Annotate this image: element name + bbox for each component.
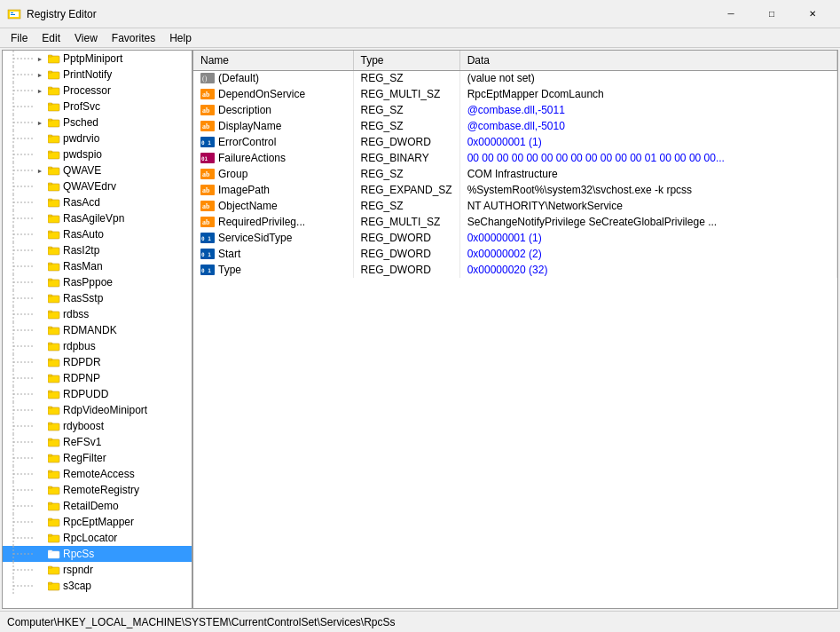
expand-arrow[interactable] <box>35 133 45 144</box>
table-row[interactable]: 0 1 StartREG_DWORD0x00000002 (2) <box>193 246 837 262</box>
tree-label: RpcLocator <box>63 532 117 544</box>
expand-arrow[interactable]: ► <box>35 117 45 128</box>
expand-arrow[interactable] <box>35 293 45 304</box>
expand-arrow[interactable] <box>35 565 45 575</box>
tree-item[interactable]: rspndr <box>3 562 192 578</box>
tree-item[interactable]: RDMANDK <box>3 322 192 338</box>
folder-icon <box>47 548 61 560</box>
tree-item[interactable]: rdyboost <box>3 418 192 434</box>
expand-arrow[interactable] <box>35 149 45 160</box>
expand-arrow[interactable]: ► <box>35 53 45 64</box>
title-bar-buttons: ─ □ ✕ <box>710 0 833 28</box>
expand-arrow[interactable] <box>35 181 45 192</box>
table-row[interactable]: 0 1 ErrorControlREG_DWORD0x00000001 (1) <box>193 134 837 150</box>
registry-pane[interactable]: Name Type Data () (Default)REG_SZ(value … <box>193 51 837 608</box>
table-row[interactable]: ab RequiredPrivileg...REG_MULTI_SZSeChan… <box>193 214 837 230</box>
svg-text:0 1: 0 1 <box>201 251 211 257</box>
svg-rect-31 <box>48 151 52 153</box>
expand-arrow[interactable] <box>35 517 45 527</box>
minimize-button[interactable]: ─ <box>710 0 751 28</box>
tree-item[interactable]: ProfSvc <box>3 99 192 115</box>
expand-arrow[interactable] <box>35 101 45 112</box>
tree-item[interactable]: ► PptpMiniport <box>3 51 192 67</box>
tree-item[interactable]: RasPppoe <box>3 274 192 290</box>
tree-item[interactable]: RpcLocator <box>3 530 192 546</box>
menu-edit[interactable]: Edit <box>35 28 67 47</box>
table-row[interactable]: ab ObjectNameREG_SZNT AUTHORITY\NetworkS… <box>193 198 837 214</box>
expand-arrow[interactable] <box>35 389 45 399</box>
expand-arrow[interactable] <box>35 405 45 415</box>
menu-file[interactable]: File <box>4 28 35 47</box>
table-row[interactable]: 0 1 TypeREG_DWORD0x00000020 (32) <box>193 262 837 278</box>
tree-item[interactable]: pwdspio <box>3 146 192 162</box>
table-row[interactable]: 01 FailureActionsREG_BINARY00 00 00 00 0… <box>193 150 837 166</box>
expand-arrow[interactable] <box>35 309 45 320</box>
expand-arrow[interactable] <box>35 421 45 431</box>
tree-item[interactable]: RasAuto <box>3 226 192 242</box>
table-row[interactable]: () (Default)REG_SZ(value not set) <box>193 70 837 86</box>
expand-arrow[interactable] <box>35 261 45 272</box>
registry-icon: 0 1 <box>200 136 215 148</box>
tree-item[interactable]: rdpbus <box>3 338 192 354</box>
menu-favorites[interactable]: Favorites <box>105 28 162 47</box>
tree-item[interactable]: RasI2tp <box>3 242 192 258</box>
tree-item[interactable]: s3cap <box>3 578 192 594</box>
expand-arrow[interactable] <box>35 453 45 463</box>
tree-item[interactable]: RpcSs <box>3 546 192 562</box>
expand-arrow[interactable] <box>35 469 45 479</box>
menu-view[interactable]: View <box>67 28 105 47</box>
expand-arrow[interactable] <box>35 325 45 336</box>
tree-item[interactable]: QWAVEdrv <box>3 178 192 194</box>
tree-item[interactable]: RasSstp <box>3 290 192 306</box>
expand-arrow[interactable] <box>35 213 45 224</box>
expand-arrow[interactable] <box>35 549 45 559</box>
table-row[interactable]: ab ImagePathREG_EXPAND_SZ%SystemRoot%\sy… <box>193 182 837 198</box>
expand-arrow[interactable] <box>35 581 45 591</box>
expand-arrow[interactable] <box>35 533 45 543</box>
tree-item[interactable]: RpcEptMapper <box>3 514 192 530</box>
tree-item[interactable]: ► PrintNotify <box>3 67 192 83</box>
menu-help[interactable]: Help <box>162 28 199 47</box>
expand-arrow[interactable] <box>35 501 45 511</box>
tree-item[interactable]: RasAgileVpn <box>3 210 192 226</box>
expand-arrow[interactable] <box>35 357 45 367</box>
tree-item[interactable]: ► Processor <box>3 83 192 99</box>
tree-item[interactable]: ► Psched <box>3 115 192 130</box>
tree-item[interactable]: pwdrvio <box>3 130 192 146</box>
tree-item[interactable]: ► QWAVE <box>3 162 192 178</box>
expand-arrow[interactable] <box>35 485 45 495</box>
expand-arrow[interactable] <box>35 437 45 447</box>
expand-arrow[interactable]: ► <box>35 85 45 96</box>
tree-item[interactable]: RemoteRegistry <box>3 482 192 498</box>
tree-label: RegFilter <box>63 452 106 464</box>
table-row[interactable]: ab DisplayNameREG_SZ@combase.dll,-5010 <box>193 118 837 134</box>
tree-pane[interactable]: ► PptpMiniport► PrintNotify► Processor P… <box>3 51 193 608</box>
expand-arrow[interactable] <box>35 373 45 383</box>
expand-arrow[interactable] <box>35 229 45 240</box>
folder-icon <box>47 212 61 225</box>
expand-arrow[interactable]: ► <box>35 165 45 176</box>
tree-item[interactable]: RasMan <box>3 258 192 274</box>
maximize-button[interactable]: □ <box>751 0 792 28</box>
expand-arrow[interactable] <box>35 245 45 256</box>
tree-item[interactable]: RetailDemo <box>3 498 192 514</box>
tree-item[interactable]: RasAcd <box>3 194 192 210</box>
tree-item[interactable]: ReFSv1 <box>3 434 192 450</box>
tree-item[interactable]: RDPNP <box>3 370 192 386</box>
table-row[interactable]: ab DependOnServiceREG_MULTI_SZRpcEptMapp… <box>193 86 837 102</box>
table-row[interactable]: ab GroupREG_SZCOM Infrastructure <box>193 166 837 182</box>
tree-label: Psched <box>63 116 98 129</box>
tree-item[interactable]: RDPUDD <box>3 386 192 402</box>
table-row[interactable]: 0 1 ServiceSidTypeREG_DWORD0x00000001 (1… <box>193 230 837 246</box>
close-button[interactable]: ✕ <box>792 0 833 28</box>
tree-item[interactable]: rdbss <box>3 306 192 322</box>
tree-item[interactable]: RegFilter <box>3 450 192 466</box>
tree-item[interactable]: RDPDR <box>3 354 192 370</box>
tree-item[interactable]: RemoteAccess <box>3 466 192 482</box>
tree-item[interactable]: RdpVideoMiniport <box>3 402 192 418</box>
expand-arrow[interactable] <box>35 277 45 288</box>
expand-arrow[interactable]: ► <box>35 69 45 80</box>
table-row[interactable]: ab DescriptionREG_SZ@combase.dll,-5011 <box>193 102 837 118</box>
expand-arrow[interactable] <box>35 197 45 208</box>
expand-arrow[interactable] <box>35 341 45 352</box>
